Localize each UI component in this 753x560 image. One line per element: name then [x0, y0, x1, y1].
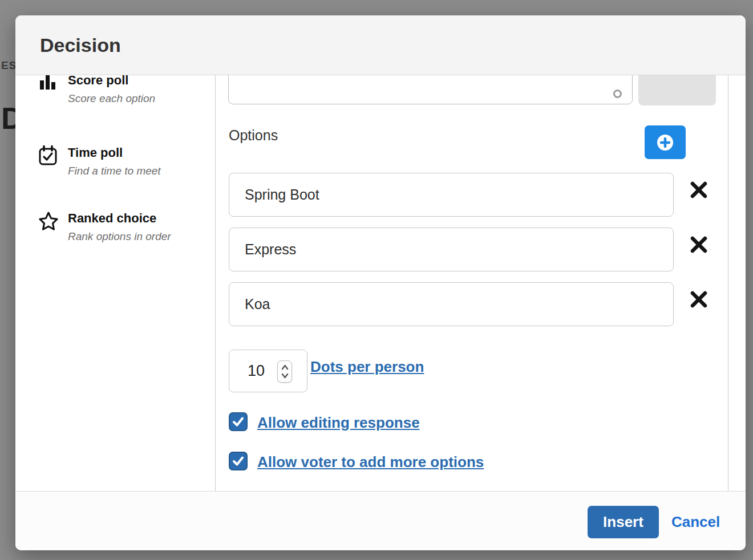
x-icon: [690, 290, 708, 309]
dots-per-person-stepper: [229, 350, 307, 392]
dots-per-person-input[interactable]: [229, 350, 275, 392]
star-icon: [38, 210, 58, 234]
checkmark-icon: [231, 454, 245, 468]
options-label: Options: [229, 127, 278, 144]
modal-header: Decision: [15, 15, 746, 75]
remove-option-button[interactable]: [688, 179, 710, 201]
sidebar-item-label: Time poll: [68, 144, 161, 161]
modal-title: Decision: [40, 34, 121, 56]
insert-button[interactable]: Insert: [588, 506, 659, 538]
sidebar-item-ranked-choice[interactable]: Ranked choice Rank options in order: [38, 210, 208, 243]
clipped-gray-button[interactable]: [638, 72, 716, 105]
sidebar-item-description: Rank options in order: [68, 230, 171, 243]
decision-modal: Decision Score poll Score each optio: [15, 15, 746, 550]
stepper-up-down-control[interactable]: [277, 360, 292, 383]
checkmark-icon: [231, 415, 245, 429]
up-down-chevrons-icon: [281, 363, 289, 380]
poll-settings-panel: Options: [216, 75, 728, 491]
option-input[interactable]: [229, 173, 674, 217]
sidebar-item-description: Score each option: [68, 92, 155, 105]
option-input[interactable]: [229, 228, 674, 271]
x-icon: [690, 236, 708, 254]
modal-body: Score poll Score each option: [15, 75, 746, 491]
allow-editing-label[interactable]: Allow editing response: [257, 414, 420, 432]
cancel-button[interactable]: Cancel: [671, 506, 720, 538]
remove-option-button[interactable]: [688, 234, 710, 255]
add-option-button[interactable]: [645, 125, 686, 159]
allow-add-options-checkbox[interactable]: [229, 452, 248, 470]
calendar-check-icon: [38, 144, 58, 168]
sidebar-item-label: Ranked choice: [68, 210, 171, 227]
allow-add-options-label[interactable]: Allow voter to add more options: [257, 453, 484, 471]
modal-footer: Insert Cancel: [15, 491, 746, 550]
sidebar-item-score-poll[interactable]: Score poll Score each option: [38, 72, 208, 105]
allow-editing-checkbox[interactable]: [229, 412, 248, 431]
circle-icon: [613, 90, 622, 98]
poll-type-sidebar: Score poll Score each option: [15, 75, 216, 491]
dots-per-person-label[interactable]: Dots per person: [310, 358, 424, 376]
sidebar-item-time-poll[interactable]: Time poll Find a time to meet: [38, 144, 208, 177]
x-icon: [690, 181, 708, 199]
plus-circle-icon: [655, 132, 675, 153]
remove-option-button[interactable]: [688, 289, 710, 310]
option-input[interactable]: [229, 282, 674, 326]
sidebar-item-description: Find a time to meet: [68, 164, 161, 177]
